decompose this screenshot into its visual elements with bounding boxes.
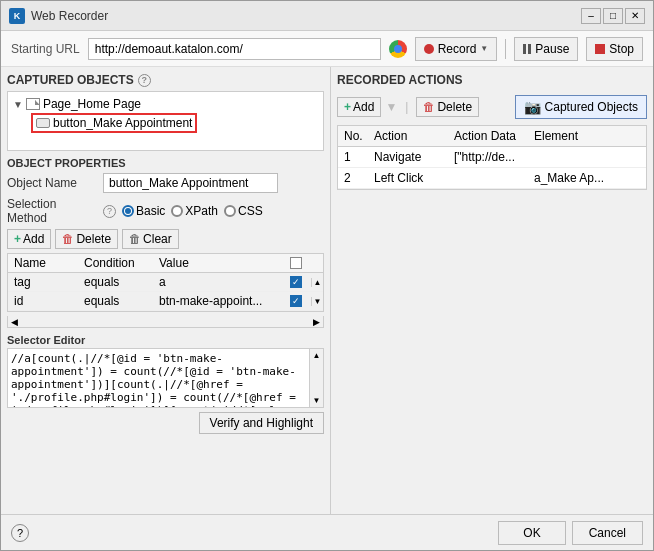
captured-objects-title: CAPTURED OBJECTS ? bbox=[7, 73, 324, 87]
selector-scroll-down[interactable]: ▼ bbox=[313, 396, 321, 405]
props-delete-button[interactable]: 🗑 Delete bbox=[55, 229, 118, 249]
action-row-1: 1 Navigate ["http://de... bbox=[338, 147, 646, 168]
radio-css-label: CSS bbox=[238, 204, 263, 218]
camera-icon: 📷 bbox=[524, 99, 541, 115]
bottom-bar: ? OK Cancel bbox=[1, 514, 653, 550]
ra-delete-button[interactable]: 🗑 Delete bbox=[416, 97, 479, 117]
scroll-up-icon[interactable]: ▲ bbox=[314, 278, 322, 287]
selector-textarea[interactable]: //a[count(.|//*[@id = 'btn-make-appointm… bbox=[7, 348, 310, 408]
props-clear-button[interactable]: 🗑 Clear bbox=[122, 229, 179, 249]
chrome-icon bbox=[389, 40, 407, 58]
delete-icon: 🗑 bbox=[62, 232, 74, 246]
app-icon: K bbox=[9, 8, 25, 24]
props-row-tag: tag equals a ▲ bbox=[8, 273, 323, 292]
close-button[interactable]: ✕ bbox=[625, 8, 645, 24]
action-no-1: 1 bbox=[338, 147, 368, 167]
props-toolbar: + Add 🗑 Delete 🗑 Clear bbox=[7, 229, 324, 249]
props-add-label: Add bbox=[23, 232, 44, 246]
props-check-id bbox=[281, 295, 311, 307]
props-check-tag bbox=[281, 276, 311, 288]
object-name-input[interactable] bbox=[103, 173, 278, 193]
cancel-button[interactable]: Cancel bbox=[572, 521, 643, 545]
ra-plus-icon: + bbox=[344, 100, 351, 114]
plus-icon: + bbox=[14, 232, 21, 246]
props-add-button[interactable]: + Add bbox=[7, 229, 51, 249]
header-checkbox[interactable] bbox=[290, 257, 302, 269]
tag-checkbox[interactable] bbox=[290, 276, 302, 288]
row-scroll-up: ▲ bbox=[311, 278, 323, 287]
radio-css-icon bbox=[224, 205, 236, 217]
tree-page-label: Page_Home Page bbox=[43, 97, 141, 111]
selection-method-radio-group: Basic XPath CSS bbox=[122, 204, 263, 218]
action-data-2 bbox=[448, 168, 528, 188]
action-data-1: ["http://de... bbox=[448, 147, 528, 167]
ok-button[interactable]: OK bbox=[498, 521, 565, 545]
stop-icon bbox=[595, 44, 605, 54]
title-bar: K Web Recorder – □ ✕ bbox=[1, 1, 653, 31]
url-label: Starting URL bbox=[11, 42, 80, 56]
tree-toggle-icon[interactable]: ▼ bbox=[13, 99, 23, 110]
ra-add-delete-toolbar: + Add ▼ | 🗑 Delete bbox=[337, 97, 479, 117]
pause-button[interactable]: Pause bbox=[514, 37, 578, 61]
captured-objects-help-icon[interactable]: ? bbox=[138, 74, 151, 87]
id-checkbox[interactable] bbox=[290, 295, 302, 307]
ra-add-button[interactable]: + Add bbox=[337, 97, 381, 117]
props-cond-id: equals bbox=[78, 292, 153, 310]
recorded-actions-title: RECORDED ACTIONS bbox=[337, 73, 463, 87]
title-controls: – □ ✕ bbox=[581, 8, 645, 24]
selector-scroll-up[interactable]: ▲ bbox=[313, 351, 321, 360]
ra-add-label: Add bbox=[353, 100, 374, 114]
selector-editor: Selector Editor //a[count(.|//*[@id = 'b… bbox=[7, 334, 324, 434]
recorded-actions-header: RECORDED ACTIONS bbox=[337, 73, 647, 91]
props-name-id: id bbox=[8, 292, 78, 310]
minimize-button[interactable]: – bbox=[581, 8, 601, 24]
main-content: CAPTURED OBJECTS ? ▼ Page_Home Page butt… bbox=[1, 67, 653, 514]
col-check-header bbox=[281, 254, 311, 272]
props-clear-label: Clear bbox=[143, 232, 172, 246]
ra-delete-label: Delete bbox=[437, 100, 472, 114]
h-scrollbar[interactable]: ◀ ▶ bbox=[7, 316, 324, 328]
actions-table-header: No. Action Action Data Element bbox=[338, 126, 646, 147]
toolbar: Starting URL Record ▼ Pause Stop bbox=[1, 31, 653, 67]
col-data-header: Action Data bbox=[448, 126, 528, 146]
props-val-id: btn-make-appoint... bbox=[153, 292, 281, 310]
scroll-down-icon[interactable]: ▼ bbox=[314, 297, 322, 306]
url-input[interactable] bbox=[88, 38, 381, 60]
selection-method-label: Selection Method bbox=[7, 197, 97, 225]
record-dot-icon bbox=[424, 44, 434, 54]
action-no-2: 2 bbox=[338, 168, 368, 188]
tree-item-page[interactable]: ▼ Page_Home Page bbox=[11, 95, 320, 113]
row-scroll-down: ▼ bbox=[311, 297, 323, 306]
tree-item-button[interactable]: button_Make Appointment bbox=[31, 113, 197, 133]
record-dropdown-icon[interactable]: ▼ bbox=[480, 44, 488, 53]
col-name-header: Name bbox=[8, 254, 78, 272]
radio-css[interactable]: CSS bbox=[224, 204, 263, 218]
scroll-left-icon[interactable]: ◀ bbox=[8, 317, 21, 327]
col-action-header: Action bbox=[368, 126, 448, 146]
captured-objects-button[interactable]: 📷 Captured Objects bbox=[515, 95, 647, 119]
scroll-right-icon[interactable]: ▶ bbox=[310, 317, 323, 327]
record-button[interactable]: Record ▼ bbox=[415, 37, 498, 61]
props-cond-tag: equals bbox=[78, 273, 153, 291]
props-table-wrap: Name Condition Value tag equals a bbox=[7, 253, 324, 312]
tree-button-label: button_Make Appointment bbox=[53, 116, 192, 130]
window: K Web Recorder – □ ✕ Starting URL Record… bbox=[0, 0, 654, 551]
selector-scrollbar[interactable]: ▲ ▼ bbox=[310, 348, 324, 408]
col-elem-header: Element bbox=[528, 126, 646, 146]
object-properties-title: OBJECT PROPERTIES bbox=[7, 157, 324, 169]
radio-basic[interactable]: Basic bbox=[122, 204, 165, 218]
col-cond-header: Condition bbox=[78, 254, 153, 272]
radio-basic-icon bbox=[122, 205, 134, 217]
stop-button[interactable]: Stop bbox=[586, 37, 643, 61]
radio-xpath[interactable]: XPath bbox=[171, 204, 218, 218]
ra-dropdown-icon[interactable]: ▼ bbox=[385, 100, 397, 114]
page-icon bbox=[26, 98, 40, 110]
selection-method-help-icon[interactable]: ? bbox=[103, 205, 116, 218]
help-button[interactable]: ? bbox=[11, 524, 29, 542]
separator bbox=[505, 39, 506, 59]
object-name-row: Object Name bbox=[7, 173, 324, 193]
col-no-header: No. bbox=[338, 126, 368, 146]
maximize-button[interactable]: □ bbox=[603, 8, 623, 24]
pause-icon bbox=[523, 44, 531, 54]
verify-highlight-button[interactable]: Verify and Highlight bbox=[199, 412, 324, 434]
